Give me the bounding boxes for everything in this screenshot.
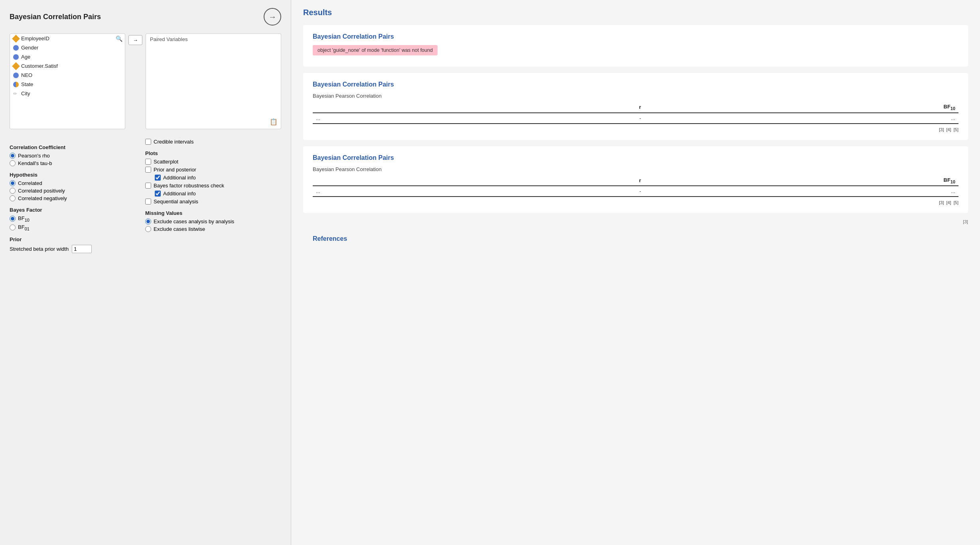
correlation-coefficient-title: Correlation Coefficient	[10, 144, 145, 150]
hypothesis-title: Hypothesis	[10, 172, 145, 178]
bayes-robustness-row: Bayes factor robustness check	[145, 183, 281, 189]
bf10-radio[interactable]	[10, 216, 16, 222]
footnote-4: [4]	[946, 127, 951, 132]
circle-blue-icon	[13, 54, 19, 60]
footnote-row-2: [3] [4] [5]	[313, 200, 958, 205]
pearson-radio[interactable]	[10, 153, 16, 159]
options-left: Correlation Coefficient Pearson's rho Ke…	[10, 139, 145, 253]
variable-name: Gender	[21, 45, 38, 51]
list-item[interactable]: Gender	[10, 43, 125, 52]
panel-title-text: Bayesian Correlation Pairs	[10, 13, 101, 21]
variable-name: State	[21, 81, 33, 87]
search-icon[interactable]: 🔍	[116, 35, 122, 42]
correlated-radio[interactable]	[10, 180, 16, 186]
variable-name: EmployeeID	[21, 35, 49, 41]
credible-intervals-checkbox[interactable]	[145, 139, 151, 145]
correlated-label: Correlated	[18, 180, 42, 186]
kendall-radio[interactable]	[10, 160, 16, 166]
col-header-empty-2	[313, 175, 499, 186]
correlated-negatively-label: Correlated negatively	[18, 195, 67, 201]
list-item[interactable]: ✏ City	[10, 89, 125, 98]
list-item[interactable]: Age	[10, 52, 125, 61]
diamond-icon	[12, 62, 20, 70]
table-subtitle-1: Bayesian Pearson Correlation	[313, 93, 958, 99]
options-row: Correlation Coefficient Pearson's rho Ke…	[10, 139, 281, 253]
results-title: Results	[303, 8, 968, 17]
row-label: ...	[313, 113, 499, 124]
scatterplot-checkbox[interactable]	[145, 159, 151, 165]
result-table-2: r BF10 ... - ...	[313, 175, 958, 197]
bayes-factor-title: Bayes Factor	[10, 207, 145, 213]
list-item[interactable]: NEO	[10, 71, 125, 80]
bf01-label: BF01	[18, 224, 30, 231]
list-item[interactable]: Customer.Satisf	[10, 61, 125, 71]
transfer-button[interactable]: →	[128, 35, 142, 45]
footnote-5: [5]	[954, 127, 958, 132]
additional-info-2-label: Additional info	[163, 191, 196, 197]
exclude-analysis-row: Exclude cases analysis by analysis	[145, 218, 281, 224]
references-section: References	[303, 229, 968, 249]
kendall-label: Kendall's tau-b	[18, 160, 52, 166]
exclude-listwise-radio[interactable]	[145, 226, 151, 232]
result-section-3: Bayesian Correlation Pairs Bayesian Pear…	[303, 146, 968, 213]
bayes-robustness-checkbox[interactable]	[145, 183, 151, 189]
variable-name: NEO	[21, 72, 32, 78]
row-r-2: -	[499, 186, 645, 197]
list-item[interactable]: State	[10, 80, 125, 89]
correlated-negatively-radio[interactable]	[10, 195, 16, 201]
left-panel: Bayesian Correlation Pairs → 🔍 EmployeeI…	[0, 0, 291, 545]
footnote-row-1: [3] [4] [5]	[313, 127, 958, 132]
additional-info-2-row: Additional info	[155, 191, 281, 197]
prior-width-input[interactable]	[72, 245, 92, 253]
correlated-neg-radio-row: Correlated negatively	[10, 195, 145, 201]
exclude-analysis-radio[interactable]	[145, 218, 151, 224]
col-header-r: r	[499, 102, 645, 113]
gray-icon: ✏	[13, 91, 19, 96]
footnote-3b: [3]	[939, 200, 944, 205]
list-item[interactable]: EmployeeID	[10, 34, 125, 43]
result-table-1: r BF10 ... - ...	[313, 102, 958, 124]
col-header-bf10-2: BF10	[644, 175, 958, 186]
sequential-analysis-checkbox[interactable]	[145, 199, 151, 205]
sequential-analysis-row: Sequential analysis	[145, 199, 281, 205]
additional-info-1-checkbox[interactable]	[155, 175, 161, 181]
pearson-label: Pearson's rho	[18, 153, 50, 159]
additional-info-2-checkbox[interactable]	[155, 191, 161, 197]
correlated-pos-radio-row: Correlated positively	[10, 188, 145, 194]
right-panel: Results Bayesian Correlation Pairs objec…	[291, 0, 980, 545]
variable-list[interactable]: 🔍 EmployeeID Gender Age Customer.Satisf …	[10, 33, 125, 129]
missing-values-title: Missing Values	[145, 210, 281, 216]
right-footnote-badge: [3]	[963, 219, 968, 224]
pearson-radio-row: Pearson's rho	[10, 153, 145, 159]
bf01-radio[interactable]	[10, 224, 16, 230]
col-header-empty	[313, 102, 499, 113]
bayes-robustness-label: Bayes factor robustness check	[154, 183, 224, 189]
right-footnote-row: [3]	[303, 219, 968, 224]
result-section-3-title: Bayesian Correlation Pairs	[313, 154, 958, 161]
table-subtitle-2: Bayesian Pearson Correlation	[313, 166, 958, 172]
prior-posterior-checkbox[interactable]	[145, 167, 151, 173]
scatterplot-label: Scatterplot	[154, 159, 178, 165]
prior-width-label: Stretched beta prior width	[10, 246, 69, 252]
bf10-radio-row: BF10	[10, 215, 145, 222]
bf10-label: BF10	[18, 215, 30, 222]
col-header-bf10: BF10	[644, 102, 958, 113]
variables-row: 🔍 EmployeeID Gender Age Customer.Satisf …	[10, 33, 281, 129]
paired-variables-label: Paired Variables	[146, 34, 281, 42]
additional-info-1-row: Additional info	[155, 175, 281, 181]
correlated-positively-radio[interactable]	[10, 188, 16, 194]
row-bf-2: ...	[644, 186, 958, 197]
paired-variables-box[interactable]: Paired Variables 📋	[146, 33, 281, 129]
footnote-3: [3]	[939, 127, 944, 132]
prior-posterior-label: Prior and posterior	[154, 167, 196, 173]
error-banner: object 'guide_none' of mode 'function' w…	[313, 45, 438, 55]
paste-icon: 📋	[270, 118, 278, 126]
references-title: References	[313, 235, 958, 242]
circle-blue-icon	[13, 73, 19, 78]
result-section-2: Bayesian Correlation Pairs Bayesian Pear…	[303, 73, 968, 140]
kendall-radio-row: Kendall's tau-b	[10, 160, 145, 166]
footnote-4b: [4]	[946, 200, 951, 205]
footnote-5b: [5]	[954, 200, 958, 205]
mixed-icon	[13, 82, 19, 87]
run-button[interactable]: →	[264, 8, 281, 26]
